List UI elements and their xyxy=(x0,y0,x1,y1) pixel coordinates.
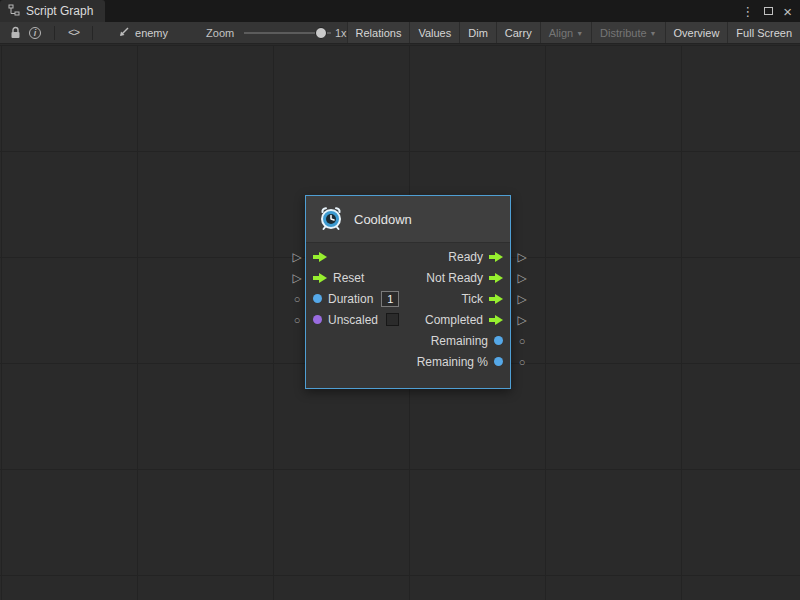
tab-script-graph[interactable]: Script Graph xyxy=(0,0,105,22)
flow-arrow-icon xyxy=(489,293,503,305)
value-port-icon xyxy=(313,294,322,303)
completed-port-connector[interactable]: ▷ xyxy=(515,313,529,327)
not-ready-port-connector[interactable]: ▷ xyxy=(515,271,529,285)
remaining-percent-port-connector[interactable]: ○ xyxy=(515,355,529,369)
relations-button[interactable]: Relations xyxy=(347,22,410,43)
flow-arrow-icon xyxy=(489,272,503,284)
values-button[interactable]: Values xyxy=(409,22,459,43)
zoom-label: Zoom xyxy=(206,27,234,39)
ready-port-connector[interactable]: ▷ xyxy=(515,250,529,264)
node-title: Cooldown xyxy=(354,212,412,227)
maximize-icon[interactable] xyxy=(764,7,773,15)
flow-arrow-icon xyxy=(489,314,503,326)
duration-port-connector[interactable]: ○ xyxy=(290,292,304,306)
port-reset[interactable]: Reset xyxy=(313,271,364,285)
zoom-value: 1x xyxy=(335,27,347,39)
unscaled-checkbox[interactable] xyxy=(386,313,399,326)
node-header[interactable]: Cooldown xyxy=(306,196,510,243)
overview-button[interactable]: Overview xyxy=(665,22,728,43)
tick-port-connector[interactable]: ▷ xyxy=(515,292,529,306)
info-icon[interactable]: i xyxy=(25,22,45,43)
toolbar-separator xyxy=(92,26,93,40)
toolbar-buttons: Relations Values Dim Carry Align ▼ Distr… xyxy=(347,22,800,43)
graph-toolbar: i <> enemy Zoom 1x Relations Values Dim … xyxy=(0,22,800,44)
port-remaining-percent[interactable]: Remaining % xyxy=(417,355,503,369)
toolbar-separator xyxy=(54,26,55,40)
code-view-icon[interactable]: <> xyxy=(64,22,83,43)
value-port-icon xyxy=(494,336,503,345)
cooldown-node[interactable]: ▷ ▷ ○ ○ ▷ ▷ ▷ ▷ ○ ○ xyxy=(291,195,531,395)
port-row: Reset Not Ready xyxy=(306,267,510,288)
duration-value-field[interactable] xyxy=(381,291,399,307)
flow-arrow-icon xyxy=(313,272,327,284)
alarm-clock-icon xyxy=(318,205,344,234)
distribute-dropdown[interactable]: Distribute ▼ xyxy=(591,22,664,43)
bool-port-icon xyxy=(313,315,322,324)
graph-canvas[interactable]: ▷ ▷ ○ ○ ▷ ▷ ▷ ▷ ○ ○ xyxy=(0,45,800,600)
port-row: Remaining xyxy=(306,330,510,351)
port-tick[interactable]: Tick xyxy=(461,292,503,306)
lock-icon[interactable] xyxy=(6,22,25,43)
chevron-down-icon: ▼ xyxy=(650,30,657,37)
flow-arrow-icon xyxy=(489,251,503,263)
node-body: Ready Reset Not Ready xyxy=(306,243,510,388)
port-duration[interactable]: Duration xyxy=(313,291,399,307)
port-row: Ready xyxy=(306,246,510,267)
chevron-down-icon: ▼ xyxy=(576,30,583,37)
port-completed[interactable]: Completed xyxy=(425,313,503,327)
window-titlebar: Script Graph ⋮ × xyxy=(0,0,800,22)
port-enter[interactable] xyxy=(313,251,327,263)
window-controls: ⋮ × xyxy=(741,0,800,22)
carry-button[interactable]: Carry xyxy=(496,22,540,43)
remaining-port-connector[interactable]: ○ xyxy=(515,334,529,348)
graph-pointer-icon xyxy=(118,26,130,40)
full-screen-button[interactable]: Full Screen xyxy=(727,22,800,43)
zoom-slider[interactable] xyxy=(244,27,331,39)
value-port-icon xyxy=(494,357,503,366)
port-row: Unscaled Completed xyxy=(306,309,510,330)
port-row: Duration Tick xyxy=(306,288,510,309)
kebab-menu-icon[interactable]: ⋮ xyxy=(741,5,754,18)
graph-name: enemy xyxy=(135,27,168,39)
port-remaining[interactable]: Remaining xyxy=(431,334,503,348)
flow-arrow-icon xyxy=(313,251,327,263)
dim-button[interactable]: Dim xyxy=(459,22,496,43)
tab-label: Script Graph xyxy=(26,4,93,18)
enter-port-connector[interactable]: ▷ xyxy=(290,250,304,264)
graph-breadcrumb[interactable]: enemy xyxy=(118,26,168,40)
zoom-slider-handle[interactable] xyxy=(315,27,327,39)
unscaled-port-connector[interactable]: ○ xyxy=(290,313,304,327)
close-icon[interactable]: × xyxy=(783,4,792,19)
port-not-ready[interactable]: Not Ready xyxy=(426,271,503,285)
port-ready[interactable]: Ready xyxy=(448,250,503,264)
reset-port-connector[interactable]: ▷ xyxy=(290,271,304,285)
port-row: Remaining % xyxy=(306,351,510,372)
node-frame[interactable]: Cooldown Ready Reset xyxy=(305,195,511,389)
script-graph-icon xyxy=(8,4,20,19)
align-dropdown[interactable]: Align ▼ xyxy=(540,22,591,43)
port-unscaled[interactable]: Unscaled xyxy=(313,313,399,327)
